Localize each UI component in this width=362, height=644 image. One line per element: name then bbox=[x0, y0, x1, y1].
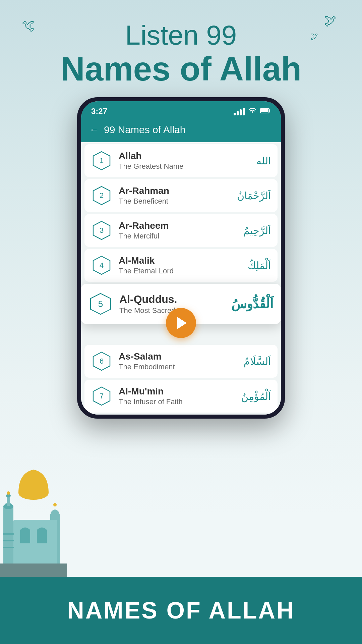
back-button[interactable]: ← bbox=[89, 124, 99, 135]
name-meaning-2: The Beneficent bbox=[119, 197, 169, 206]
app-title: 99 Names of Allah bbox=[104, 124, 185, 136]
name-english-4: Al-Malik bbox=[119, 255, 174, 266]
play-icon[interactable] bbox=[166, 308, 196, 338]
header-line1: Listen 99 bbox=[0, 20, 362, 50]
phone-frame: 3:27 bbox=[77, 97, 285, 419]
status-time: 3:27 bbox=[91, 107, 107, 116]
svg-rect-15 bbox=[261, 109, 268, 112]
wifi-icon bbox=[248, 107, 257, 116]
app-header: ← 99 Names of Allah bbox=[81, 119, 281, 142]
name-meaning-6: The Embodiment bbox=[119, 363, 175, 371]
status-bar: 3:27 bbox=[81, 101, 281, 119]
arabic-text-4: اَلْمَلِكُ bbox=[248, 260, 271, 271]
svg-rect-11 bbox=[3, 533, 14, 535]
arabic-text-7: اَلْمُؤْمِنُ bbox=[241, 390, 271, 402]
number-badge-4: 4 bbox=[91, 255, 112, 276]
svg-rect-12 bbox=[3, 540, 14, 541]
name-english-2: Ar-Rahman bbox=[119, 185, 169, 196]
number-badge-3: 3 bbox=[91, 220, 112, 241]
name-english-1: Allah bbox=[119, 151, 183, 161]
list-item[interactable]: 3 Ar-Raheem The Merciful اَلرَّحِيمُ bbox=[84, 214, 278, 247]
number-badge-2: 2 bbox=[91, 185, 112, 206]
play-button[interactable] bbox=[166, 308, 196, 338]
signal-icon bbox=[234, 108, 245, 115]
arabic-text-3: اَلرَّحِيمُ bbox=[243, 225, 271, 236]
name-meaning-3: The Merciful bbox=[119, 232, 169, 240]
name-meaning-1: The Greatest Name bbox=[119, 162, 183, 171]
svg-rect-13 bbox=[3, 547, 14, 548]
svg-rect-8 bbox=[13, 520, 57, 567]
name-meaning-7: The Infuser of Faith bbox=[119, 397, 183, 406]
name-english-5: Al-Quddus. bbox=[119, 293, 177, 306]
header-line2: Names of Allah bbox=[0, 50, 362, 87]
list-item[interactable]: 7 Al-Mu'min The Infuser of Faith اَلْمُؤ… bbox=[84, 380, 278, 413]
phone-mockup: 3:27 bbox=[77, 97, 285, 419]
arabic-text-6: اَلسَّلَامُ bbox=[244, 356, 271, 367]
bottom-banner: NAMES OF ALLAH bbox=[0, 577, 362, 644]
name-english-7: Al-Mu'min bbox=[119, 386, 183, 397]
number-badge-7: 7 bbox=[91, 386, 112, 407]
arabic-text-5: اَلْقُدُّوسُ bbox=[231, 297, 274, 311]
name-meaning-4: The Eternal Lord bbox=[119, 267, 174, 275]
phone-screen: 3:27 bbox=[81, 101, 281, 415]
svg-point-5 bbox=[7, 491, 10, 495]
status-icons bbox=[234, 107, 271, 116]
name-english-3: Ar-Raheem bbox=[119, 220, 169, 231]
names-list: 1 Allah The Greatest Name الله bbox=[81, 142, 281, 415]
arabic-text-1: الله bbox=[256, 155, 271, 167]
list-item[interactable]: 6 As-Salam The Embodiment اَلسَّلَامُ bbox=[84, 345, 278, 378]
name-english-6: As-Salam bbox=[119, 351, 175, 362]
bottom-banner-text: NAMES OF ALLAH bbox=[67, 597, 295, 624]
number-badge-6: 6 bbox=[91, 351, 112, 372]
svg-rect-1 bbox=[3, 506, 13, 567]
list-item[interactable]: 4 Al-Malik The Eternal Lord اَلْمَلِكُ bbox=[84, 249, 278, 282]
number-badge-5: 5 bbox=[88, 292, 113, 316]
svg-point-7 bbox=[53, 503, 57, 506]
list-item[interactable]: 1 Allah The Greatest Name الله bbox=[84, 144, 278, 177]
mosque-illustration bbox=[0, 439, 67, 580]
list-item[interactable]: 2 Ar-Rahman The Beneficent اَلرَّحْمَانُ bbox=[84, 179, 278, 212]
battery-icon bbox=[260, 108, 271, 115]
number-badge-1: 1 bbox=[91, 150, 112, 171]
header-section: Listen 99 Names of Allah bbox=[0, 20, 362, 87]
arabic-text-2: اَلرَّحْمَانُ bbox=[237, 190, 271, 202]
